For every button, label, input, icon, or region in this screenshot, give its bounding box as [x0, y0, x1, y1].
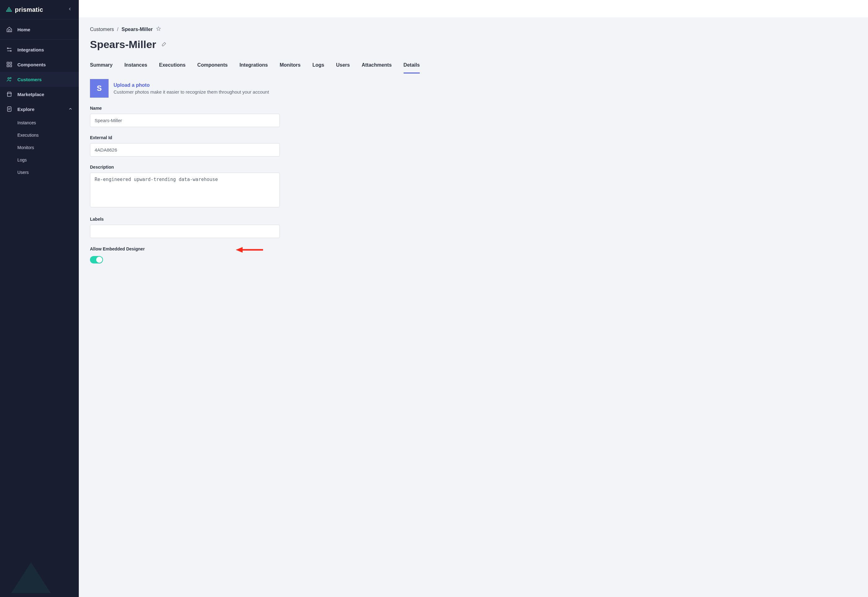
toggle-knob [96, 257, 103, 263]
tab-monitors[interactable]: Monitors [280, 60, 301, 70]
tab-components[interactable]: Components [197, 60, 228, 70]
description-input[interactable] [90, 173, 280, 207]
svg-rect-2 [7, 62, 9, 64]
breadcrumb-current: Spears-Miller [122, 27, 153, 32]
upload-photo-link[interactable]: Upload a photo [113, 82, 269, 88]
description-label: Description [90, 165, 857, 169]
logo-mark-icon [6, 6, 12, 13]
sidebar-item-integrations[interactable]: Integrations [0, 42, 79, 57]
breadcrumb: Customers / Spears-Miller [90, 26, 857, 33]
topbar [79, 0, 868, 17]
tab-users[interactable]: Users [336, 60, 350, 70]
sidebar-subitem-instances[interactable]: Instances [0, 117, 79, 129]
sidebar-subitem-executions[interactable]: Executions [0, 129, 79, 141]
sidebar-subitem-logs[interactable]: Logs [0, 154, 79, 166]
sidebar-subitem-users[interactable]: Users [0, 166, 79, 178]
logo[interactable]: prismatic [6, 6, 43, 13]
sidebar-item-marketplace[interactable]: Marketplace [0, 87, 79, 102]
content: Customers / Spears-Miller Spears-Miller … [79, 17, 868, 597]
sidebar-decoration [0, 560, 79, 597]
sidebar-item-home[interactable]: Home [0, 22, 79, 37]
sidebar-item-explore[interactable]: Explore [0, 102, 79, 117]
brand-name: prismatic [15, 6, 43, 13]
svg-rect-3 [10, 62, 12, 64]
sidebar-item-label: Components [17, 62, 46, 67]
home-icon [6, 26, 12, 33]
edit-title-button[interactable] [161, 41, 167, 48]
external-id-label: External Id [90, 135, 857, 140]
svg-point-1 [10, 50, 11, 52]
sidebar-item-label: Customers [17, 77, 42, 82]
labels-label: Labels [90, 217, 857, 221]
sidebar-subitem-label: Instances [17, 120, 36, 125]
labels-input[interactable] [90, 225, 280, 238]
sidebar-subitem-label: Monitors [17, 145, 34, 150]
integrations-icon [6, 46, 12, 53]
svg-rect-5 [10, 65, 12, 67]
main: Customers / Spears-Miller Spears-Miller … [79, 0, 868, 597]
tab-executions[interactable]: Executions [159, 60, 186, 70]
svg-rect-8 [7, 107, 11, 111]
components-icon [6, 61, 12, 68]
svg-rect-4 [7, 65, 9, 67]
page-title: Spears-Miller [90, 39, 156, 50]
sidebar-item-label: Integrations [17, 47, 44, 52]
sidebar-subitem-label: Users [17, 170, 29, 175]
breadcrumb-separator: / [117, 27, 118, 32]
tab-summary[interactable]: Summary [90, 60, 113, 70]
tabs: Summary Instances Executions Components … [90, 60, 857, 70]
tab-integrations[interactable]: Integrations [240, 60, 268, 70]
sidebar-subitem-monitors[interactable]: Monitors [0, 141, 79, 154]
external-id-input[interactable] [90, 143, 280, 156]
name-label: Name [90, 106, 857, 111]
annotation-arrow-icon [236, 245, 264, 254]
chevron-up-icon [68, 107, 73, 112]
svg-point-6 [8, 77, 9, 79]
upload-photo-subtext: Customer photos make it easier to recogn… [113, 89, 269, 95]
allow-embedded-label: Allow Embedded Designer [90, 247, 145, 251]
tab-logs[interactable]: Logs [313, 60, 324, 70]
allow-embedded-toggle[interactable] [90, 256, 103, 263]
sidebar-header: prismatic [0, 0, 79, 19]
explore-icon [6, 106, 12, 112]
sidebar-item-label: Explore [17, 107, 34, 112]
breadcrumb-root[interactable]: Customers [90, 27, 114, 32]
sidebar: prismatic Home Integrations [0, 0, 79, 597]
svg-point-0 [7, 48, 8, 49]
sidebar-item-customers[interactable]: Customers [0, 72, 79, 87]
tab-attachments[interactable]: Attachments [362, 60, 392, 70]
name-input[interactable] [90, 114, 280, 127]
favorite-star-button[interactable] [156, 26, 161, 33]
sidebar-subitem-label: Executions [17, 133, 39, 138]
marketplace-icon [6, 91, 12, 97]
customers-icon [6, 76, 12, 82]
customer-avatar: S [90, 79, 109, 98]
tab-details[interactable]: Details [403, 60, 420, 70]
sidebar-item-components[interactable]: Components [0, 57, 79, 72]
sidebar-item-label: Home [17, 27, 30, 32]
tab-instances[interactable]: Instances [124, 60, 147, 70]
sidebar-subitem-label: Logs [17, 157, 27, 162]
svg-marker-10 [236, 247, 243, 252]
sidebar-collapse-button[interactable] [66, 6, 73, 13]
svg-point-7 [10, 77, 11, 79]
sidebar-item-label: Marketplace [17, 92, 45, 97]
